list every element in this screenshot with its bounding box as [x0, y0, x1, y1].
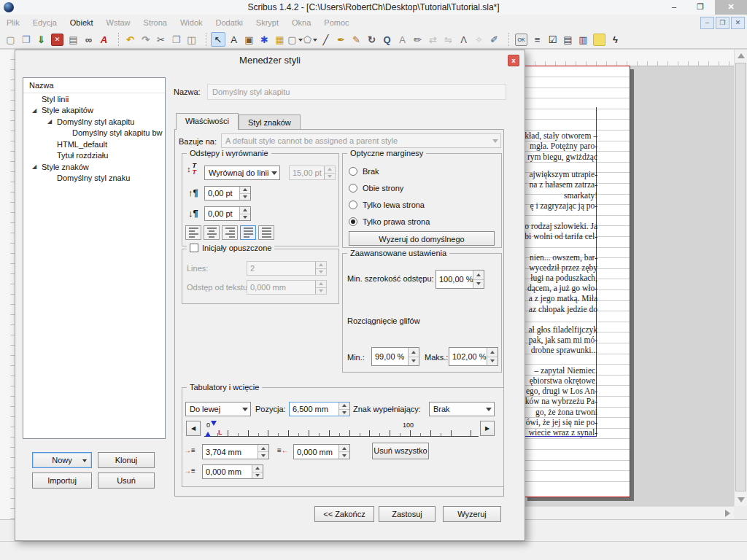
pdf-combo-box-icon[interactable]: ▤	[561, 32, 575, 47]
menu-strona[interactable]: Strona	[137, 15, 174, 31]
measurements-icon[interactable]: Λ	[457, 32, 471, 47]
save-document-icon[interactable]: ⇓	[34, 32, 48, 47]
align-force-justify-button[interactable]	[258, 225, 274, 240]
scroll-up-icon[interactable]	[738, 53, 745, 58]
pdf-link-icon[interactable]: ϟ	[608, 32, 622, 47]
align-center-button[interactable]	[204, 225, 220, 240]
insert-shape-icon[interactable]: ▢	[288, 32, 302, 47]
eye-dropper-icon[interactable]: ✐	[487, 32, 501, 47]
radio-obie-strony[interactable]: Obie strony	[349, 179, 430, 196]
line-spacing-value-spin[interactable]: 15,00 pt	[289, 166, 336, 180]
mdi-close-button[interactable]: ✕	[731, 17, 745, 29]
tree-item-style-akapitow[interactable]: ◢ Style akapitów	[23, 105, 165, 117]
tab-type-select[interactable]: Do lewej	[185, 402, 251, 416]
mdi-restore-button[interactable]: ❐	[716, 17, 729, 29]
dropcap-lines-spin[interactable]: 2	[247, 261, 327, 276]
menu-edycja[interactable]: Edycja	[26, 15, 63, 31]
zoom-icon[interactable]: Q	[380, 32, 394, 47]
pdf-list-box-icon[interactable]: ▥	[576, 32, 590, 47]
horizontal-scrollbar[interactable]	[524, 506, 734, 520]
min-space-spin[interactable]: 100,00 %	[436, 270, 484, 289]
left-indent-marker[interactable]	[205, 429, 211, 437]
insert-table-icon[interactable]: ▦	[273, 32, 287, 47]
reset-button[interactable]: Wyzeruj	[443, 506, 501, 522]
insert-image-frame-icon[interactable]: ▣	[242, 32, 256, 47]
radio-tylko-prawa-strona[interactable]: Tylko prawa strona	[349, 213, 430, 230]
done-button[interactable]: << Zakończ	[314, 506, 374, 522]
menu-pomoc[interactable]: Pomoc	[317, 15, 355, 31]
print-icon[interactable]: ▤	[66, 32, 80, 47]
left-indent-spin[interactable]: 0,000 mm	[202, 464, 263, 479]
align-left-button[interactable]	[185, 225, 201, 240]
right-indent-spin[interactable]: 0,000 mm	[293, 444, 350, 459]
tree-header[interactable]: Nazwa	[23, 78, 165, 93]
first-line-indent-spin[interactable]: 3,704 mm	[202, 444, 269, 459]
pdf-push-button-icon[interactable]: OK	[515, 34, 527, 46]
clear-all-tabs-button[interactable]: Usuń wszystko	[372, 443, 429, 459]
vertical-scrollbar[interactable]	[734, 50, 747, 506]
window-minimize-button[interactable]: –	[664, 0, 684, 15]
redo-icon[interactable]: ↷	[139, 32, 152, 47]
story-editor-icon[interactable]: ✏	[411, 32, 425, 47]
tree-item-style-znakow[interactable]: ◢ Style znaków	[23, 161, 165, 173]
menu-wstaw[interactable]: Wstaw	[100, 15, 137, 31]
style-name-input[interactable]: Domyślny styl akapitu	[207, 84, 506, 100]
tree-item-domyslny-styl-znaku[interactable]: Domyślny styl znaku	[23, 173, 165, 184]
scroll-right-icon[interactable]	[725, 510, 730, 517]
select-item-icon[interactable]: ↖	[211, 32, 225, 47]
tree-item-domyslny-styl-akapitu-bw[interactable]: Domyślny styl akapitu bw	[23, 128, 165, 139]
tab-styl-znakow[interactable]: Styl znaków	[239, 114, 301, 130]
clone-style-button[interactable]: Klonuj	[98, 452, 155, 468]
import-style-button[interactable]: Importuj	[32, 472, 92, 489]
pdf-text-field-icon[interactable]: ≡	[530, 32, 544, 47]
undo-icon[interactable]: ↶	[123, 32, 137, 47]
align-justify-button[interactable]	[240, 225, 256, 240]
radio-tylko-lewa-strona[interactable]: Tylko lewa strona	[349, 196, 430, 213]
menu-skrypt[interactable]: Skrypt	[249, 15, 285, 31]
tree-item-html-default[interactable]: HTML_default	[23, 139, 165, 150]
unlink-text-frames-icon[interactable]: ⇋	[441, 32, 455, 47]
tab-wlasciwosci[interactable]: Właściwości	[176, 113, 239, 130]
new-document-icon[interactable]: ▢	[4, 32, 18, 47]
menu-plik[interactable]: Plik	[0, 15, 26, 31]
insert-polygon-icon[interactable]: ⬠	[303, 32, 317, 47]
close-document-icon[interactable]: ✕	[51, 34, 63, 46]
apply-button[interactable]: Zastosuj	[379, 506, 436, 522]
pdf-text-annotation-icon[interactable]	[593, 34, 605, 46]
dialog-close-button[interactable]: x	[508, 55, 519, 66]
window-restore-button[interactable]: ❐	[690, 0, 711, 15]
link-text-frames-icon[interactable]: ⇄	[426, 32, 440, 47]
space-above-spin[interactable]: 0,00 pt	[204, 186, 251, 201]
paste-icon[interactable]: ◫	[185, 32, 198, 47]
bezier-curve-icon[interactable]: ✒	[334, 32, 348, 47]
pdf-checkbox-icon[interactable]: ☑	[546, 32, 560, 47]
insert-text-frame-icon[interactable]: A	[227, 32, 241, 47]
export-pdf-icon[interactable]: A	[97, 32, 111, 47]
edit-contents-icon[interactable]: A	[395, 32, 409, 47]
open-document-icon[interactable]: ❐	[19, 32, 33, 47]
glyph-min-spin[interactable]: 99,00 %	[371, 347, 419, 366]
menu-okna[interactable]: Okna	[285, 15, 317, 31]
insert-line-icon[interactable]: ╱	[319, 32, 333, 47]
tab-ruler[interactable]: 0 100 L	[204, 421, 479, 437]
tree-item-tytul-rozdzialu[interactable]: Tytuł rozdziału	[23, 150, 165, 162]
ruler-scroll-right-button[interactable]: ▶	[480, 421, 495, 436]
first-line-indent-marker[interactable]	[211, 421, 217, 429]
radio-brak[interactable]: Brak	[349, 163, 430, 179]
new-style-button[interactable]: Nowy	[32, 452, 92, 468]
reset-to-default-button[interactable]: Wyzeruj do domyślnego	[349, 231, 495, 246]
line-spacing-mode-select[interactable]: Wyrównaj do linii	[204, 166, 280, 180]
tab-stop-marker[interactable]: L	[218, 429, 222, 436]
menu-obiekt[interactable]: Obiekt	[63, 15, 100, 31]
based-on-select[interactable]: A default style cannot be assigned a par…	[221, 133, 501, 148]
space-below-spin[interactable]: 0,00 pt	[204, 206, 251, 221]
vertical-scrollbar-thumb[interactable]	[735, 63, 746, 491]
preflight-verifier-icon[interactable]: ∞	[82, 32, 96, 47]
tree-item-styl-linii[interactable]: Styl linii	[23, 93, 165, 105]
dropcaps-checkbox[interactable]	[190, 244, 198, 252]
ruler-scroll-left-button[interactable]: ◀	[186, 421, 201, 436]
copy-icon[interactable]: ❐	[169, 32, 183, 47]
scroll-down-icon[interactable]	[738, 497, 745, 502]
freehand-line-icon[interactable]: ✎	[349, 32, 363, 47]
tree-item-domyslny-styl-akapitu[interactable]: ◢ Domyślny styl akapitu	[23, 116, 165, 128]
